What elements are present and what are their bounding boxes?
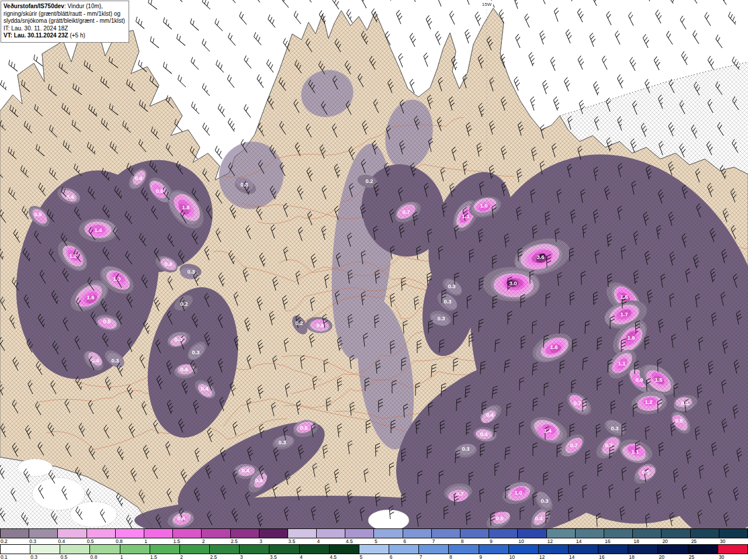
precip-value-label: 0.7 (605, 442, 612, 448)
colorbar-cell (144, 528, 173, 538)
precip-value-label: 1.1 (462, 213, 470, 219)
precip-value-label: 0.7 (570, 442, 577, 448)
colorbar-cell (180, 544, 210, 554)
colorbar-tick-label: 25 (688, 554, 718, 560)
colorbar-tick-label: 30 (719, 538, 748, 544)
colorbar-cell (539, 544, 569, 554)
model-title: Veðurstofan/IS750dev (4, 3, 64, 9)
precip-value-label: 0.3 (111, 357, 119, 364)
precip-value-label: 0.3 (240, 181, 248, 188)
colorbar-tick-label: 0.8 (115, 538, 144, 544)
legend-line-sleet: slydda/snjókoma (grátt/bleikt/grænt - mm… (4, 18, 125, 25)
colorbar-cell (432, 528, 460, 538)
forecast-map-canvas: 0.40.51.41.21.31.60.50.40.30.40.81.80.40… (0, 0, 748, 528)
precip-value-label: 1.5 (654, 376, 663, 383)
colorbar-tick-label: 25 (691, 538, 719, 544)
colorbar-cell (479, 544, 509, 554)
colorbar-tick-label: 16 (598, 554, 628, 560)
precip-value-label: 0.6 (177, 515, 185, 521)
precip-value-label: 1.6 (86, 294, 94, 300)
colorbar-cell (389, 544, 419, 554)
precip-value-label: 0.3 (437, 315, 445, 322)
colorbar-cell (0, 528, 29, 538)
precip-value-label: 0.4 (180, 366, 188, 372)
colorbar-cell (359, 544, 389, 554)
model-title-rest: : Vindur (10m), (64, 3, 103, 9)
precip-value-label: 1.3 (113, 275, 120, 282)
colorbar-tick-label: 18 (628, 554, 658, 560)
colorbar-cell (719, 528, 748, 538)
colorbar-tick-label: 6 (403, 538, 431, 544)
colorbar-cell (374, 528, 403, 538)
colorbar-tick-label: 0.1 (0, 554, 30, 560)
colorbar-cell (633, 528, 662, 538)
colorbar-tick-label: 0.2 (0, 538, 29, 544)
precip-value-label: 1.2 (645, 399, 652, 405)
colorbar-cell (569, 544, 598, 554)
colorbar-tick-label: 14 (576, 538, 604, 544)
colorbar-cell (0, 544, 30, 554)
precip-value-label: 0.5 (496, 515, 504, 521)
precip-value-label: 1.4 (94, 227, 102, 233)
precip-value-label: 0.3 (192, 349, 199, 355)
colorbar-tick-label: 20 (662, 538, 690, 544)
colorbar-tick-label: 10 (518, 538, 546, 544)
colorbar-tick-label: 0.3 (30, 554, 60, 560)
colorbar-cell (60, 544, 90, 554)
colorbar-tick-label: 1.5 (150, 554, 179, 560)
colorbar-tick-label: 3.5 (269, 554, 299, 560)
colorbar-tick-label: 2.5 (230, 538, 259, 544)
colorbar-tick-label: 10 (508, 554, 538, 560)
colorbar-tick-label: 6 (389, 554, 419, 560)
colorbar-tick-label: 0.5 (60, 554, 89, 560)
colorbar-legend: 0.20.30.40.50.811.522.533.544.5567891012… (0, 528, 748, 560)
precip-value-label: 0.3 (444, 298, 451, 305)
meridian-label: 15W (482, 2, 492, 7)
colorbar-tick-label: 4.5 (329, 554, 359, 560)
colorbar-tick-label: 9 (489, 538, 518, 544)
colorbar-tick-label: 0.5 (86, 538, 115, 544)
colorbar-cell (330, 544, 359, 554)
precip-value-label: 0.4 (681, 400, 689, 406)
colorbar-cell (509, 544, 539, 554)
colorbar-tick-label: 14 (569, 554, 598, 560)
colorbar-tick-label: 3 (259, 538, 288, 544)
colorbar-tick-label: 9 (479, 554, 508, 560)
colorbar-cell (202, 528, 230, 538)
precip-value-label: 0.4 (200, 385, 209, 392)
colorbar-tick-label: 8 (449, 554, 479, 560)
precip-value-label: 0.5 (300, 424, 308, 431)
precip-value-label: 0.4 (134, 175, 143, 181)
precip-value-label: 1.7 (620, 311, 628, 317)
colorbar-tick-label: 5 (374, 538, 403, 544)
precip-value-label: 0.3 (611, 425, 618, 431)
precip-value-label: 0.4 (164, 261, 172, 267)
colorbar-tick-label: 1 (144, 538, 172, 544)
colorbar-cell (688, 544, 718, 554)
precip-value-label: 0.3 (278, 439, 286, 445)
precip-value-label: 1.6 (550, 344, 557, 350)
colorbar-tick-label: 16 (604, 538, 633, 544)
colorbar-cell (658, 544, 688, 554)
colorbar-cell (449, 544, 479, 554)
colorbar-cell (419, 544, 449, 554)
colorbar-tick-label: 12 (539, 554, 569, 560)
colorbar-tick-label: 12 (546, 538, 575, 544)
colorbar-cell (210, 544, 240, 554)
colorbar-cell (30, 544, 60, 554)
colorbar-cell (87, 528, 116, 538)
colorbar-cell (29, 528, 58, 538)
precip-value-label: 1.1 (618, 360, 626, 367)
colorbar-tick-label: 2.5 (209, 554, 239, 560)
colorbar-cell (518, 528, 546, 538)
precip-value-label: 0.6 (316, 322, 324, 329)
valid-time-line: VT: Lau. 30.11.2024 23Z (4, 32, 68, 39)
rain-colorbar: 0.10.30.50.811.522.533.544.5567891012141… (0, 544, 748, 560)
precip-value-label: 3.0 (509, 280, 517, 286)
colorbar-tick-label: 4.5 (345, 538, 374, 544)
weather-map: 0.40.51.41.21.31.60.50.40.30.40.81.80.40… (0, 0, 748, 528)
colorbar-cell (403, 528, 432, 538)
colorbar-tick-label: 30 (718, 554, 748, 560)
colorbar-cell (576, 528, 604, 538)
colorbar-tick-label: 18 (633, 538, 662, 544)
